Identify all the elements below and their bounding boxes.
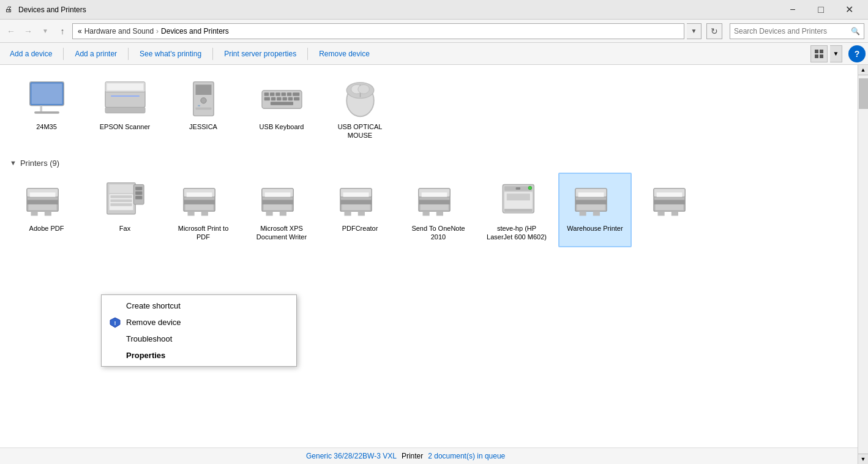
- close-button[interactable]: ✕: [835, 0, 863, 20]
- printer-item-laserjet[interactable]: steve-hp (HP LaserJet 600 M602): [480, 173, 553, 248]
- printers-section-header[interactable]: ▼ Printers (9): [10, 159, 856, 168]
- breadcrumb-parent: Hardware and Sound: [84, 27, 154, 36]
- svg-rect-66: [266, 211, 272, 215]
- svg-rect-60: [201, 211, 208, 215]
- search-box[interactable]: 🔍: [730, 23, 864, 39]
- device-item-monitor[interactable]: 24M35: [10, 71, 83, 146]
- monitor-svg: [24, 79, 70, 119]
- svg-text:!: !: [114, 320, 116, 326]
- view-button[interactable]: [810, 45, 828, 62]
- scrollable-area[interactable]: 24M35 EPSON Scanner: [0, 65, 868, 464]
- svg-rect-39: [29, 193, 55, 197]
- forward-button[interactable]: →: [21, 24, 36, 39]
- remove-device-icon: !: [109, 316, 121, 329]
- xps-icon: [257, 179, 306, 222]
- properties-icon: [109, 350, 121, 362]
- view-dropdown[interactable]: ▼: [830, 45, 842, 62]
- address-path[interactable]: « Hardware and Sound › Devices and Print…: [72, 23, 684, 39]
- mouse-svg: [337, 79, 383, 119]
- svg-rect-24: [293, 92, 299, 96]
- monitor-icon-wrapper: [22, 77, 71, 120]
- printer-label-warehouse: Warehouse Printer: [567, 224, 623, 233]
- svg-rect-78: [419, 200, 450, 204]
- view-grid-icon: [814, 49, 824, 59]
- device-item-mouse[interactable]: USB OPTICAL MOUSE: [323, 71, 397, 146]
- svg-rect-29: [288, 97, 292, 100]
- status-queue: 2 document(s) in queue: [428, 452, 505, 460]
- svg-rect-63: [264, 193, 290, 197]
- svg-rect-25: [264, 97, 269, 100]
- search-input[interactable]: [734, 27, 851, 36]
- print-server-button[interactable]: Print server properties: [217, 45, 304, 62]
- help-button[interactable]: ?: [848, 45, 866, 62]
- scroll-up-button[interactable]: ▲: [858, 65, 869, 75]
- up-button[interactable]: ↑: [55, 24, 70, 39]
- device-label-scanner: EPSON Scanner: [100, 122, 151, 131]
- svg-rect-52: [135, 192, 142, 195]
- toolbar: Add a device Add a printer See what's pr…: [0, 43, 868, 65]
- scrollbar[interactable]: ▲ ▼: [858, 65, 868, 464]
- recent-button[interactable]: ▼: [38, 24, 53, 39]
- context-menu-item-properties[interactable]: Properties: [102, 347, 296, 364]
- svg-rect-58: [185, 204, 213, 210]
- svg-rect-59: [187, 211, 194, 215]
- device-item-tower[interactable]: JESSICA: [166, 71, 240, 146]
- svg-rect-20: [270, 92, 274, 96]
- printer-item-ms-pdf[interactable]: Microsoft Print to PDF: [166, 173, 240, 248]
- scroll-track[interactable]: [858, 75, 868, 454]
- context-menu-item-troubleshoot[interactable]: Troubleshoot: [102, 331, 296, 347]
- svg-rect-42: [31, 211, 37, 215]
- scroll-down-button[interactable]: ▼: [858, 454, 869, 464]
- printer-item-second[interactable]: [637, 173, 710, 248]
- mouse-icon-wrapper: [335, 77, 384, 120]
- svg-rect-51: [135, 187, 142, 190]
- scroll-thumb[interactable]: [859, 78, 868, 109]
- minimize-button[interactable]: −: [779, 0, 807, 20]
- toolbar-separator-2: [128, 48, 129, 60]
- printer-item-warehouse[interactable]: Warehouse Printer: [558, 173, 632, 248]
- printer-svg-warehouse: [572, 180, 618, 220]
- address-dropdown[interactable]: ▼: [687, 23, 702, 39]
- printer-label-pdfcreator: PDFCreator: [342, 224, 378, 233]
- svg-rect-6: [40, 105, 42, 111]
- see-printing-button[interactable]: See what's printing: [132, 45, 209, 62]
- printer-svg-ms-pdf: [181, 180, 226, 220]
- svg-rect-28: [282, 97, 286, 100]
- context-menu-item-create-shortcut[interactable]: Create shortcut: [102, 297, 296, 314]
- search-icon: 🔍: [851, 27, 860, 36]
- breadcrumb-separator: ›: [156, 27, 159, 36]
- svg-rect-80: [422, 211, 429, 215]
- svg-rect-98: [656, 193, 682, 197]
- remove-device-button[interactable]: Remove device: [312, 45, 377, 62]
- scanner-icon-wrapper: [100, 77, 149, 120]
- refresh-button[interactable]: ↻: [706, 23, 722, 39]
- context-menu-item-remove-device[interactable]: ! Remove device: [102, 314, 296, 331]
- printer-item-onenote[interactable]: Send To OneNote 2010: [402, 173, 475, 248]
- svg-rect-22: [281, 92, 285, 96]
- svg-rect-5: [31, 83, 62, 103]
- device-item-scanner[interactable]: EPSON Scanner: [88, 71, 162, 146]
- device-label-keyboard: USB Keyboard: [260, 122, 304, 131]
- window-title: Devices and Printers: [18, 6, 779, 14]
- maximize-button[interactable]: □: [807, 0, 835, 20]
- svg-rect-57: [184, 200, 215, 204]
- svg-rect-100: [655, 204, 683, 210]
- printer-label-xps: Microsoft XPS Document Writer: [251, 224, 312, 242]
- printer-svg-second: [651, 180, 697, 220]
- add-printer-button[interactable]: Add a printer: [67, 45, 124, 62]
- printer-item-pdfcreator[interactable]: PDFCreator: [323, 173, 397, 248]
- back-button[interactable]: ←: [4, 24, 18, 39]
- svg-rect-53: [135, 196, 142, 200]
- svg-point-36: [357, 84, 369, 94]
- add-device-button[interactable]: Add a device: [2, 45, 59, 62]
- printer-item-fax[interactable]: Fax: [88, 173, 162, 248]
- main-content: 24M35 EPSON Scanner: [0, 65, 868, 464]
- svg-rect-47: [110, 195, 132, 198]
- warehouse-icon: [571, 179, 619, 222]
- printer-item-xps[interactable]: Microsoft XPS Document Writer: [245, 173, 318, 248]
- printer-item-adobe-pdf[interactable]: Adobe PDF: [10, 173, 83, 248]
- svg-rect-86: [504, 209, 533, 212]
- svg-rect-49: [110, 203, 132, 206]
- window-controls: − □ ✕: [779, 0, 863, 20]
- device-item-keyboard[interactable]: USB Keyboard: [245, 71, 318, 146]
